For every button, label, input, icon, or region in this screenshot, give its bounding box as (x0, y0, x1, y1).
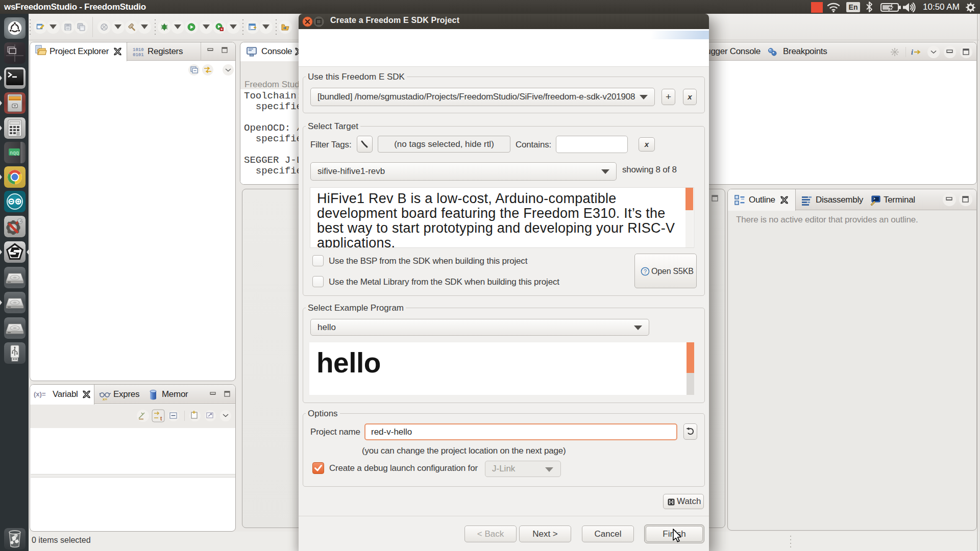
svg-text:i: i (911, 48, 913, 56)
svg-text:0101: 0101 (133, 53, 144, 58)
svg-text:x=: x= (103, 397, 107, 401)
svg-text:nqq: nqq (10, 151, 19, 156)
svg-text:?: ? (644, 268, 647, 274)
svg-text:1010: 1010 (133, 47, 144, 53)
